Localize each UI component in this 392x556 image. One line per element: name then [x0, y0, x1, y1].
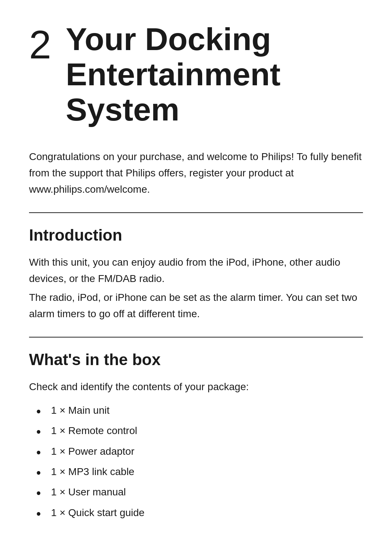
bullet-dot: •: [36, 505, 41, 523]
list-item-text: 1 × MP3 link cable: [51, 464, 135, 480]
list-item-text: 1 × User manual: [51, 484, 126, 500]
intro-paragraph: Congratulations on your purchase, and we…: [29, 149, 363, 197]
bullet-dot: •: [36, 464, 41, 482]
chapter-title-line2: Entertainment System: [66, 56, 281, 127]
list-item: •1 × Remote control: [29, 423, 363, 441]
bullet-dot: •: [36, 443, 41, 462]
divider-2: [29, 337, 363, 338]
chapter-title-line1: Your Docking: [66, 21, 271, 57]
introduction-paragraph-1: With this unit, you can enjoy audio from…: [29, 254, 363, 287]
list-item: •1 × User manual: [29, 484, 363, 502]
list-item-text: 1 × Power adaptor: [51, 443, 135, 460]
introduction-section: Introduction With this unit, you can enj…: [29, 226, 363, 322]
list-item-text: 1 × Quick start guide: [51, 505, 145, 521]
list-item: •1 × Power adaptor: [29, 443, 363, 462]
introduction-paragraph-2: The radio, iPod, or iPhone can be set as…: [29, 290, 363, 322]
whats-in-box-list: •1 × Main unit•1 × Remote control•1 × Po…: [29, 402, 363, 523]
chapter-title: Your Docking Entertainment System: [66, 22, 363, 127]
chapter-number: 2: [29, 25, 51, 65]
list-item: •1 × MP3 link cable: [29, 464, 363, 482]
bullet-dot: •: [36, 423, 41, 441]
list-item: •1 × Quick start guide: [29, 505, 363, 523]
page-header: 2 Your Docking Entertainment System: [29, 22, 363, 127]
bullet-dot: •: [36, 484, 41, 502]
list-item-text: 1 × Remote control: [51, 423, 137, 439]
introduction-heading: Introduction: [29, 226, 363, 244]
divider-1: [29, 212, 363, 213]
list-item: •1 × Main unit: [29, 402, 363, 421]
whats-in-box-heading: What's in the box: [29, 351, 363, 369]
whats-in-box-section: What's in the box Check and identify the…: [29, 351, 363, 523]
whats-in-box-intro: Check and identify the contents of your …: [29, 379, 363, 395]
list-item-text: 1 × Main unit: [51, 402, 110, 419]
bullet-dot: •: [36, 402, 41, 421]
